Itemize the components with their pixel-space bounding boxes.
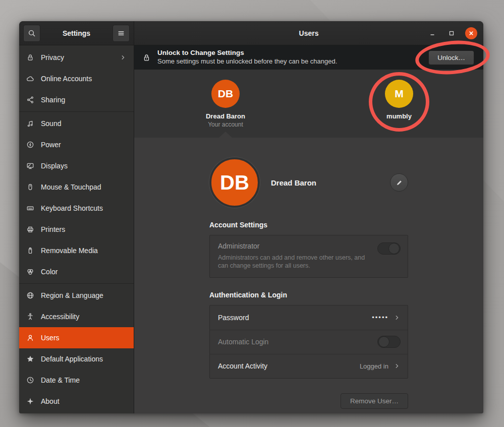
color-wheel-icon [26,268,34,276]
pencil-icon [396,179,403,187]
chevron-right-icon [394,362,401,370]
automatic-login-toggle[interactable] [377,336,401,348]
window-title: Users [299,29,319,37]
sidebar-item-label: Accessibility [41,313,127,321]
auth-row-value: Logged in [360,362,388,370]
auth-login-heading: Authentication & Login [209,291,408,299]
chevron-right-icon [394,314,401,321]
close-button[interactable] [465,27,477,39]
sidebar-item-date-time[interactable]: Date & Time [19,370,134,391]
cloud-icon [26,75,34,83]
sidebar-item-keyboard-shortcuts[interactable]: Keyboard Shortcuts [19,198,134,219]
sidebar-item-label: Keyboard Shortcuts [41,204,127,212]
sidebar-item-label: Sound [41,119,127,128]
sidebar-item-label: Region & Language [41,291,127,299]
sidebar-item-mouse-touchpad[interactable]: Mouse & Touchpad [19,176,134,198]
maximize-button[interactable] [446,28,457,39]
auth-row-title: Automatic Login [218,338,372,346]
administrator-description: Administrators can add and remove other … [218,254,374,270]
password-dots: ••••• [372,314,388,321]
toggle-knob [378,336,389,347]
sidebar-item-sharing[interactable]: Sharing [19,89,134,110]
banner-subtitle: Some settings must be unlocked before th… [157,57,422,66]
sidebar-item-sound[interactable]: Sound [19,113,134,134]
user-avatar-large[interactable]: DB [209,157,260,208]
profile-name: Dread Baron [271,178,390,187]
music-note-icon [26,119,34,128]
banner-title: Unlock to Change Settings [157,49,422,57]
clock-icon [26,376,34,384]
sidebar-item-removable-media[interactable]: Removable Media [19,240,134,261]
auth-row-title: Account Activity [218,362,355,370]
share-icon [26,96,34,104]
sidebar-item-users[interactable]: Users [19,327,134,348]
search-button[interactable] [23,25,40,42]
sidebar-header: Settings [19,21,134,45]
auth-row-automatic-login: Automatic Login [210,330,408,354]
remove-user-row: Remove User… [209,393,408,409]
menu-button[interactable] [113,25,130,42]
sidebar-item-online-accounts[interactable]: Online Accounts [19,68,134,89]
sidebar-item-default-applications[interactable]: Default Applications [19,348,134,370]
sidebar-item-label: Printers [41,225,127,233]
account-settings-heading: Account Settings [209,221,408,229]
chevron-right-icon [120,54,127,61]
search-icon [28,29,36,37]
sidebar-item-region-language[interactable]: Region & Language [19,285,134,306]
carousel-user-name: mumbly [364,112,434,120]
lock-icon [26,53,34,62]
sidebar-item-label: Mouse & Touchpad [41,183,127,191]
sidebar-item-label: Date & Time [41,376,127,384]
window-body: PrivacyOnline AccountsSharingSoundPowerD… [19,45,483,413]
administrator-row: Administrator Administrators can add and… [209,235,408,278]
sidebar-item-label: Displays [41,162,127,170]
sidebar-item-label: Removable Media [41,247,127,255]
selected-user-pointer [219,132,232,138]
user-details: DB Dread Baron Account Settings Administ… [134,138,483,413]
carousel-user-subtitle: Your account [190,121,261,128]
administrator-toggle[interactable] [377,242,401,255]
sidebar-item-color[interactable]: Color [19,261,134,282]
main-titlebar[interactable]: Users [134,21,483,45]
sidebar-item-label: Power [41,141,127,149]
unlock-banner: Unlock to Change Settings Some settings … [134,45,483,70]
star-icon [26,355,34,363]
carousel-user-name: Dread Baron [190,112,261,120]
administrator-label: Administrator [218,242,400,250]
users-panel: Unlock to Change Settings Some settings … [134,45,483,413]
auth-row-title: Password [218,314,367,322]
sidebar-item-displays[interactable]: Displays [19,155,134,176]
sidebar-item-accessibility[interactable]: Accessibility [19,306,134,327]
sidebar-item-about[interactable]: About [19,391,134,412]
titlebar-row: Settings Users [19,21,483,45]
sidebar-item-label: Default Applications [41,355,127,363]
users-icon [26,334,34,342]
user-avatar[interactable]: M [385,80,413,108]
sidebar-item-label: Users [41,334,127,342]
sidebar-divider [19,283,134,284]
edit-name-button[interactable] [390,173,408,192]
user-carousel: DBDread BaronYour accountMmumbly [134,70,483,138]
profile-row: DB Dread Baron [209,157,408,208]
unlock-button[interactable]: Unlock… [428,50,474,65]
auth-row-password[interactable]: Password••••• [210,306,408,330]
power-icon [26,141,34,149]
sidebar-item-privacy[interactable]: Privacy [19,47,134,68]
user-avatar[interactable]: DB [211,80,240,108]
sidebar-item-printers[interactable]: Printers [19,219,134,240]
remove-user-button[interactable]: Remove User… [341,393,408,409]
carousel-user-dread-baron[interactable]: DBDread BaronYour account [190,80,261,128]
window-controls [427,21,477,45]
auth-row-account-activity[interactable]: Account ActivityLogged in [210,354,408,378]
sidebar-item-label: About [41,397,127,405]
sidebar-item-label: Sharing [41,96,127,104]
minimize-button[interactable] [427,28,438,39]
sidebar-item-label: Color [41,268,127,276]
globe-icon [26,291,34,299]
carousel-user-mumbly[interactable]: Mmumbly [364,80,434,120]
sidebar-item-power[interactable]: Power [19,134,134,155]
sidebar: PrivacyOnline AccountsSharingSoundPowerD… [19,45,134,413]
banner-text: Unlock to Change Settings Some settings … [157,49,422,66]
desktop-background: Settings Users [0,0,504,427]
toggle-knob [388,243,400,254]
